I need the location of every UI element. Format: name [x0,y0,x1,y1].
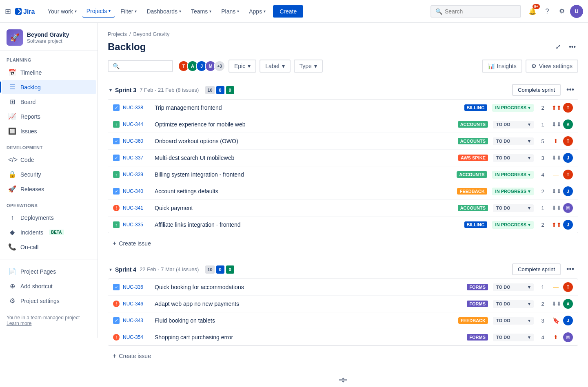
assignee-avatar[interactable]: T [563,282,573,292]
assignee-avatar[interactable]: M [563,332,573,342]
help-button[interactable]: ? [541,5,554,18]
table-row[interactable]: ✓ NUC-337 Multi-dest search UI mobileweb… [108,150,578,166]
breadcrumb-project-name[interactable]: Beyond Gravity [133,31,170,37]
issue-label[interactable]: FORMS [467,334,488,341]
issue-key[interactable]: NUC-343 [123,318,151,323]
assignee-avatar[interactable]: M [563,203,573,213]
issue-key[interactable]: NUC-337 [123,155,151,161]
issue-key[interactable]: NUC-338 [123,105,151,111]
status-button[interactable]: TO DO ▾ [493,334,534,341]
search-input[interactable] [445,8,516,15]
issue-label[interactable]: AWS SPIKE [458,155,488,161]
status-button[interactable]: TO DO ▾ [493,121,534,128]
sidebar-item-add-shortcut[interactable]: ⊕ Add shortcut [2,279,96,293]
issue-label[interactable]: ACCOUNTS [458,205,488,211]
status-button[interactable]: IN PROGRESS ▾ [492,221,534,229]
table-row[interactable]: ✓ NUC-343 Fluid booking on tablets FEEDB… [108,312,578,329]
issue-key[interactable]: NUC-346 [123,301,151,307]
issue-label[interactable]: ACCOUNTS [457,171,487,178]
jira-logo[interactable]: Jira [14,6,39,17]
assignee-avatar[interactable]: J [563,316,573,325]
status-button[interactable]: TO DO ▾ [493,204,534,212]
sidebar-item-project-pages[interactable]: 📄 Project Pages [2,264,96,279]
learn-more-link[interactable]: Learn more [7,321,31,326]
issue-key[interactable]: NUC-335 [123,222,151,228]
assignee-avatar[interactable]: T [563,170,573,179]
epic-filter[interactable]: Epic ▾ [229,60,256,73]
nav-filter[interactable]: Filter ▾ [116,6,141,17]
filter-search[interactable]: 🔍 [108,60,173,72]
sidebar-item-incidents[interactable]: ◆ Incidents BETA [2,225,96,239]
sidebar-item-project-settings[interactable]: ⚙ Project settings [2,294,96,308]
settings-button[interactable]: ⚙ [555,5,568,18]
assignee-avatar[interactable]: A [563,299,573,309]
sidebar-item-deployments[interactable]: ↑ Deployments [2,211,96,225]
issue-label[interactable]: FEEDBACK [457,188,487,195]
create-button[interactable]: Create [273,5,303,18]
assignee-avatar[interactable]: J [563,220,573,230]
assignee-avatar[interactable]: T [563,103,573,113]
nav-apps[interactable]: Apps ▾ [245,6,270,17]
user-avatar[interactable]: U [570,5,583,18]
issue-key[interactable]: NUC-336 [123,284,151,290]
sidebar-item-backlog[interactable]: ☰ Backlog [2,80,96,94]
sidebar-item-reports[interactable]: 📈 Reports [2,109,96,124]
status-button[interactable]: TO DO ▾ [493,300,534,308]
assignee-avatar[interactable]: J [563,186,573,196]
nav-teams[interactable]: Teams ▾ [187,6,215,17]
sprint-4-more-button[interactable]: ••• [564,263,577,275]
status-button[interactable]: IN PROGRESS ▾ [492,104,534,112]
table-row[interactable]: ↑ NUC-335 Affiliate links integration - … [108,217,578,233]
avatar-count[interactable]: +3 [214,60,225,72]
issue-key[interactable]: NUC-341 [123,205,151,211]
table-row[interactable]: ✓ NUC-338 Trip management frontend BILLI… [108,100,578,116]
complete-sprint-3-button[interactable]: Complete sprint [512,84,561,96]
create-issue-sprint4[interactable]: + Create issue [108,349,578,363]
sidebar-item-oncall[interactable]: 📞 On-call [2,240,96,254]
sidebar-item-issues[interactable]: 🔲 Issues [2,124,96,138]
sidebar-item-board[interactable]: ⊞ Board [2,95,96,109]
table-row[interactable]: ! NUC-346 Adapt web app no new payments … [108,296,578,312]
table-row[interactable]: ✓ NUC-336 Quick booking for accommodatio… [108,279,578,296]
table-row[interactable]: ↑ NUC-339 Billing system integration - f… [108,166,578,183]
sidebar-project[interactable]: 🚀 Beyond Gravity Software project [0,23,98,51]
issue-label[interactable]: ACCOUNTS [458,121,488,128]
search-box[interactable]: 🔍 [430,5,521,18]
table-row[interactable]: ✓ NUC-340 Account settings defaults FEED… [108,183,578,200]
nav-dashboards[interactable]: Dashboards ▾ [142,6,185,17]
status-button[interactable]: TO DO ▾ [493,317,534,325]
nav-your-work[interactable]: Your work ▾ [44,6,81,17]
complete-sprint-4-button[interactable]: Complete sprint [512,263,561,275]
issue-label[interactable]: ACCOUNTS [458,138,488,144]
status-button[interactable]: TO DO ▾ [493,137,534,145]
status-button[interactable]: IN PROGRESS ▾ [492,171,534,179]
nav-plans[interactable]: Plans ▾ [217,6,243,17]
fullscreen-button[interactable]: ⤢ [553,40,563,53]
breadcrumb-projects[interactable]: Projects [108,31,127,37]
table-row[interactable]: ✓ NUC-360 Onboard workout options (OWO) … [108,133,578,150]
issue-label[interactable]: BILLING [464,104,487,111]
sidebar-item-releases[interactable]: 🚀 Releases [2,182,96,196]
sprint-4-header[interactable]: ▾ Sprint 4 22 Feb - 7 Mar (4 issues) 10 … [108,260,578,279]
status-button[interactable]: IN PROGRESS ▾ [492,188,534,195]
table-row[interactable]: ↑ NUC-344 Optimize experience for mobile… [108,116,578,133]
insights-button[interactable]: 📊 Insights [482,60,522,73]
sidebar-item-timeline[interactable]: 📅 Timeline [2,65,96,80]
sidebar-item-code[interactable]: </> Code [2,153,96,167]
issue-label[interactable]: BILLING [464,221,487,228]
filter-search-input[interactable] [122,63,168,69]
view-settings-button[interactable]: ⚙ View settings [526,60,578,73]
table-row[interactable]: ! NUC-341 Quick payment ACCOUNTS TO DO ▾… [108,200,578,217]
notifications-button[interactable]: 🔔 9+ [526,5,539,18]
assignee-avatar[interactable]: A [563,119,573,129]
create-issue-sprint3[interactable]: + Create issue [108,237,578,250]
sidebar-item-security[interactable]: 🔒 Security [2,167,96,181]
issue-key[interactable]: NUC-360 [123,138,151,144]
issue-label[interactable]: FEEDBACK [458,317,488,324]
issue-label[interactable]: FORMS [467,301,488,307]
issue-key[interactable]: NUC-340 [123,188,151,194]
table-row[interactable]: ! NUC-354 Shopping cart purchasing error… [108,329,578,345]
assignee-avatar[interactable]: T [563,136,573,146]
status-button[interactable]: TO DO ▾ [493,154,534,162]
grid-icon[interactable]: ⊞ [5,7,11,16]
